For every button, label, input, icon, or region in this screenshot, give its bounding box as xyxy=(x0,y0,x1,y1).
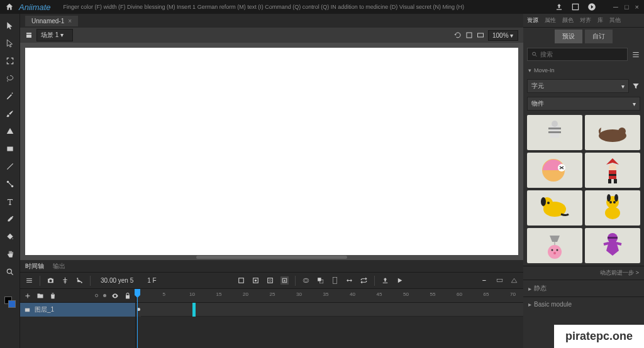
blank-keyframe-icon[interactable] xyxy=(266,276,274,285)
asset-thumbnail[interactable] xyxy=(585,228,640,263)
transform-tool-icon[interactable] xyxy=(4,55,16,67)
stage-clip-icon[interactable] xyxy=(465,31,473,39)
search-input[interactable] xyxy=(527,48,628,61)
timeline-frames[interactable]: 151015202530354045505560657075 xyxy=(136,289,523,348)
timeline-zoom-fit-icon[interactable] xyxy=(496,276,504,285)
delete-layer-icon[interactable] xyxy=(49,292,57,300)
panel-tab[interactable]: 库 xyxy=(597,16,603,24)
panel-tab[interactable]: 对齐 xyxy=(580,16,591,24)
loop-icon[interactable] xyxy=(360,276,368,285)
camera-icon[interactable] xyxy=(47,276,55,285)
canvas[interactable] xyxy=(25,48,518,255)
eyedropper-tool-icon[interactable] xyxy=(4,214,16,225)
brush-tool-icon[interactable] xyxy=(4,108,16,119)
menu-bar[interactable]: Finger color (F) width (F) Divine blessi… xyxy=(64,4,555,10)
asset-thumbnail[interactable] xyxy=(585,190,640,226)
marker-icon[interactable] xyxy=(331,276,339,285)
bone-tool-icon[interactable] xyxy=(4,178,16,190)
home-icon[interactable] xyxy=(5,3,14,11)
shape-tool-icon[interactable] xyxy=(4,126,16,137)
color-swatch[interactable] xyxy=(4,296,16,308)
preset-tab[interactable]: 预设 xyxy=(555,30,582,43)
subselect-tool-icon[interactable] xyxy=(4,38,16,49)
output-tab[interactable]: 输出 xyxy=(53,262,65,271)
asset-thumbnail[interactable] xyxy=(585,153,640,188)
svg-rect-19 xyxy=(497,279,502,281)
type-dropdown[interactable]: 物件▾ xyxy=(527,97,640,111)
module-section[interactable]: ▸Basic module xyxy=(523,296,644,312)
asset-thumbnail[interactable] xyxy=(527,115,582,150)
section-header[interactable]: ▾Move-In xyxy=(523,63,644,77)
keyframe-options-icon[interactable] xyxy=(25,276,33,285)
layer-connect-icon[interactable] xyxy=(75,276,84,285)
play-icon[interactable] xyxy=(587,3,596,11)
panel-tab[interactable]: 资源 xyxy=(527,16,538,24)
center-frame-icon[interactable] xyxy=(345,276,353,285)
lasso-tool-icon[interactable] xyxy=(4,73,16,84)
add-layer-icon[interactable] xyxy=(24,292,31,300)
static-section[interactable]: ▸静态 xyxy=(523,280,644,296)
stage-rotate-icon[interactable] xyxy=(454,31,462,39)
rectangle-tool-icon[interactable] xyxy=(4,143,16,155)
frame-counter: 1 F xyxy=(147,277,156,284)
scene-selector[interactable]: 场景 1 ▾ xyxy=(36,29,73,41)
zoom-selector[interactable]: 100% ▾ xyxy=(488,30,518,41)
insert-frame-icon[interactable] xyxy=(237,276,245,285)
svg-point-6 xyxy=(77,278,78,279)
panel-tab[interactable]: 其他 xyxy=(609,16,621,24)
layer-visibility-icon[interactable] xyxy=(111,292,119,300)
timeline-ruler[interactable]: 151015202530354045505560657075 xyxy=(136,289,523,303)
keyframe-marker[interactable] xyxy=(192,303,196,317)
custom-tab[interactable]: 自订 xyxy=(585,30,613,43)
panel-tab[interactable]: 颜色 xyxy=(562,16,574,24)
assets-footer[interactable]: 动态前进一步 > xyxy=(523,266,644,280)
svg-point-47 xyxy=(552,249,553,251)
timeline-zoom-in-icon[interactable] xyxy=(510,276,518,285)
text-tool-icon[interactable] xyxy=(4,196,16,207)
maximize-button[interactable]: □ xyxy=(625,3,629,11)
timeline-tab[interactable]: 时间轴 xyxy=(25,262,44,271)
asset-thumbnail[interactable] xyxy=(527,153,582,188)
auto-keyframe-icon[interactable] xyxy=(280,276,289,285)
timeline-zoom-out-icon[interactable] xyxy=(481,276,489,285)
filter-icon[interactable] xyxy=(631,82,640,90)
close-button[interactable]: × xyxy=(635,3,639,11)
list-view-icon[interactable] xyxy=(631,50,640,59)
layer-highlight-icon[interactable] xyxy=(95,294,98,297)
onion-skin-icon[interactable] xyxy=(302,276,310,285)
document-tab[interactable]: Unnamed-1 × xyxy=(25,16,78,26)
bucket-tool-icon[interactable] xyxy=(4,231,16,242)
horizontal-scrollbar[interactable] xyxy=(196,256,347,259)
hand-tool-icon[interactable] xyxy=(4,249,16,260)
zoom-tool-icon[interactable] xyxy=(4,266,16,278)
export-icon[interactable] xyxy=(381,276,389,285)
ruler-tick: 55 xyxy=(430,291,436,297)
search-icon xyxy=(531,51,538,58)
stage-option-icon[interactable] xyxy=(443,31,450,39)
asset-thumbnail[interactable] xyxy=(527,228,582,263)
layer-row[interactable]: 图层_1 xyxy=(20,303,135,317)
category-dropdown[interactable]: 字元▾ xyxy=(527,79,629,93)
pen-tool-icon[interactable] xyxy=(4,90,16,102)
asset-thumbnail[interactable] xyxy=(527,190,582,226)
edit-multiple-icon[interactable] xyxy=(316,276,325,285)
minimize-button[interactable]: ─ xyxy=(613,3,618,11)
layer-lock-icon[interactable] xyxy=(124,292,131,300)
share-icon[interactable] xyxy=(555,3,564,11)
scene-icon[interactable] xyxy=(25,31,33,39)
layer-outline-icon[interactable] xyxy=(103,294,106,297)
tab-close-icon[interactable]: × xyxy=(68,18,72,24)
asset-thumbnail[interactable] xyxy=(585,115,640,150)
panel-tab[interactable]: 属性 xyxy=(545,16,556,24)
workspace-icon[interactable] xyxy=(571,3,580,11)
stage-fit-icon[interactable] xyxy=(477,31,484,39)
play-button-icon[interactable] xyxy=(396,276,404,285)
hierarchy-icon[interactable] xyxy=(61,276,69,285)
playhead[interactable] xyxy=(137,289,138,348)
stage[interactable] xyxy=(20,43,523,260)
selection-tool-icon[interactable] xyxy=(4,20,16,31)
svg-point-10 xyxy=(255,280,257,281)
line-tool-icon[interactable] xyxy=(4,161,16,172)
add-folder-icon[interactable] xyxy=(36,292,44,300)
insert-keyframe-icon[interactable] xyxy=(252,276,260,285)
